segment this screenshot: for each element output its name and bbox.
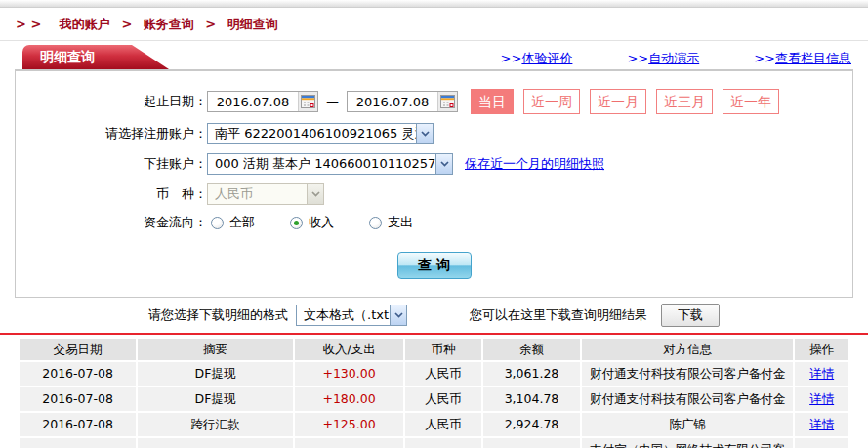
currency-select: 人民币 <box>207 183 324 205</box>
currency-value: 人民币 <box>208 185 307 203</box>
query-form-panel: 起止日期： 2016.07.08 — 2016.07.08 <box>15 71 853 298</box>
calendar-icon[interactable] <box>298 92 317 111</box>
cell-counterparty: 陈广锦 <box>582 413 793 436</box>
table-header-row: 交易日期 摘要 收入/支出 币种 余额 对方信息 操作 <box>20 339 848 360</box>
cell-transaction-date: 2016-07-08 <box>20 362 136 386</box>
date-range-label: 起止日期： <box>16 93 207 110</box>
cell-action: 详情 <box>795 438 848 448</box>
quick-range-year-button[interactable]: 近一年 <box>723 89 779 114</box>
query-button[interactable]: 查 询 <box>397 252 472 279</box>
table-row: 2016-07-08 陈广锦支付宝 +1,235.00 人民币 2,799.78… <box>20 438 848 448</box>
radio-checked-icon <box>290 217 303 229</box>
chevron-down-icon <box>435 154 452 174</box>
cell-counterparty: 财付通支付科技有限公司客户备付金 <box>582 362 793 386</box>
radio-unchecked-icon <box>211 217 224 229</box>
link-experience-rating[interactable]: >>体验评价 <box>501 50 573 67</box>
table-row: 2016-07-08 跨行汇款 +125.00 人民币 2,924.78 陈广锦… <box>20 413 848 436</box>
download-button[interactable]: 下载 <box>661 304 720 327</box>
date-to-value: 2016.07.08 <box>348 95 437 109</box>
currency-row: 币 种： 人民币 <box>16 183 852 205</box>
cell-amount: +1,235.00 <box>295 438 404 448</box>
quick-range-month-button[interactable]: 近一月 <box>590 89 646 114</box>
fund-flow-label: 资金流向： <box>16 214 207 231</box>
download-hint: 您可以在这里下载查询明细结果 <box>470 306 647 324</box>
breadcrumb-prefix: > > <box>16 17 41 31</box>
fund-flow-row: 资金流向： 全部 收入 支出 <box>16 214 852 231</box>
cell-counterparty: 支付宝（中国）网络技术有限公司客户备付金 <box>582 438 793 448</box>
breadcrumb-separator: > <box>205 17 216 31</box>
cell-balance: 3,061.28 <box>483 362 581 386</box>
download-bar: 请您选择下载明细的格式 文本格式（.txt） 您可以在这里下载查询明细结果 下载 <box>0 298 868 333</box>
header-balance: 余额 <box>483 339 581 360</box>
cell-summary: DF提现 <box>138 362 293 386</box>
breadcrumb-item-detail-query[interactable]: 明细查询 <box>227 17 278 31</box>
cell-summary: 陈广锦支付宝 <box>138 438 293 448</box>
detail-link[interactable]: 详情 <box>809 366 834 381</box>
sub-account-label: 下挂账户： <box>16 155 207 173</box>
date-from-value: 2016.07.08 <box>208 95 298 109</box>
chevron-down-icon <box>390 305 406 325</box>
cell-amount: +125.00 <box>295 413 404 436</box>
cell-counterparty: 财付通支付科技有限公司客户备付金 <box>582 387 793 411</box>
download-format-value: 文本格式（.txt） <box>297 306 390 324</box>
flow-option-all[interactable]: 全部 <box>211 214 255 231</box>
cell-summary: DF提现 <box>138 387 293 411</box>
cell-transaction-date: 2016-07-08 <box>20 387 136 411</box>
flow-option-income[interactable]: 收入 <box>290 214 334 231</box>
tab-bar: 明细查询 >>体验评价 >>自动演示 >>查看栏目信息 <box>15 47 853 71</box>
save-snapshot-link[interactable]: 保存近一个月的明细快照 <box>465 155 604 173</box>
cell-balance: 2,799.78 <box>483 438 581 448</box>
tab-detail-query[interactable]: 明细查询 <box>22 45 169 69</box>
quick-range-quarter-button[interactable]: 近三月 <box>656 89 713 114</box>
flow-option-expense[interactable]: 支出 <box>369 214 413 231</box>
breadcrumb: > > 我的账户 > 账务查询 > 明细查询 <box>0 8 868 41</box>
cell-currency: 人民币 <box>405 387 480 411</box>
breadcrumb-item-my-account[interactable]: 我的账户 <box>60 17 110 31</box>
sub-account-value: 000 活期 基本户 1406600101102571848 <box>208 155 435 173</box>
chevron-down-icon <box>307 184 323 204</box>
radio-unchecked-icon <box>369 217 382 229</box>
register-account-select[interactable]: 南平 6222001406100921065 灵通卡 <box>207 123 434 144</box>
breadcrumb-item-account-query[interactable]: 账务查询 <box>144 17 194 31</box>
table-row: 2016-07-08 DF提现 +180.00 人民币 3,104.78 财付通… <box>20 387 848 411</box>
cell-action: 详情 <box>795 362 848 386</box>
cell-action: 详情 <box>795 413 848 436</box>
red-divider <box>0 333 868 335</box>
results-table: 交易日期 摘要 收入/支出 币种 余额 对方信息 操作 2016-07-08 D… <box>18 337 850 448</box>
sub-account-row: 下挂账户： 000 活期 基本户 1406600101102571848 保存近… <box>16 153 852 175</box>
cell-balance: 3,104.78 <box>483 387 581 411</box>
header-counterparty: 对方信息 <box>582 339 793 360</box>
detail-link[interactable]: 详情 <box>809 417 834 431</box>
cell-transaction-date: 2016-07-08 <box>20 413 136 436</box>
header-date: 交易日期 <box>20 339 136 360</box>
download-format-label: 请您选择下载明细的格式 <box>148 306 288 324</box>
cell-currency: 人民币 <box>405 362 480 386</box>
header-currency: 币种 <box>405 339 480 360</box>
sub-account-select[interactable]: 000 活期 基本户 1406600101102571848 <box>207 153 453 175</box>
date-range-row: 起止日期： 2016.07.08 — 2016.07.08 <box>16 89 852 114</box>
date-from-input[interactable]: 2016.07.08 <box>207 91 318 112</box>
header-amount: 收入/支出 <box>295 339 404 360</box>
link-auto-demo[interactable]: >>自动演示 <box>627 50 699 67</box>
breadcrumb-separator: > <box>121 17 132 31</box>
cell-amount: +130.00 <box>295 362 404 386</box>
register-account-row: 请选择注册账户： 南平 6222001406100921065 灵通卡 <box>16 123 852 144</box>
quick-range-today-button[interactable]: 当日 <box>471 89 514 114</box>
cell-transaction-date: 2016-07-08 <box>20 438 136 448</box>
link-view-column-info[interactable]: >>查看栏目信息 <box>754 50 851 67</box>
quick-range-week-button[interactable]: 近一周 <box>523 89 580 114</box>
detail-link[interactable]: 详情 <box>809 391 834 406</box>
currency-label: 币 种： <box>16 185 207 203</box>
date-separator: — <box>326 95 339 109</box>
header-summary: 摘要 <box>138 339 293 360</box>
header-action: 操作 <box>795 339 848 360</box>
date-to-input[interactable]: 2016.07.08 <box>347 91 458 112</box>
cell-currency: 人民币 <box>405 413 480 436</box>
cell-currency: 人民币 <box>405 438 480 448</box>
window-top-strip <box>0 0 868 8</box>
calendar-icon[interactable] <box>437 92 457 111</box>
download-format-select[interactable]: 文本格式（.txt） <box>296 305 407 326</box>
register-account-value: 南平 6222001406100921065 灵通卡 <box>208 125 416 143</box>
table-row: 2016-07-08 DF提现 +130.00 人民币 3,061.28 财付通… <box>20 362 848 386</box>
cell-balance: 2,924.78 <box>483 413 581 436</box>
